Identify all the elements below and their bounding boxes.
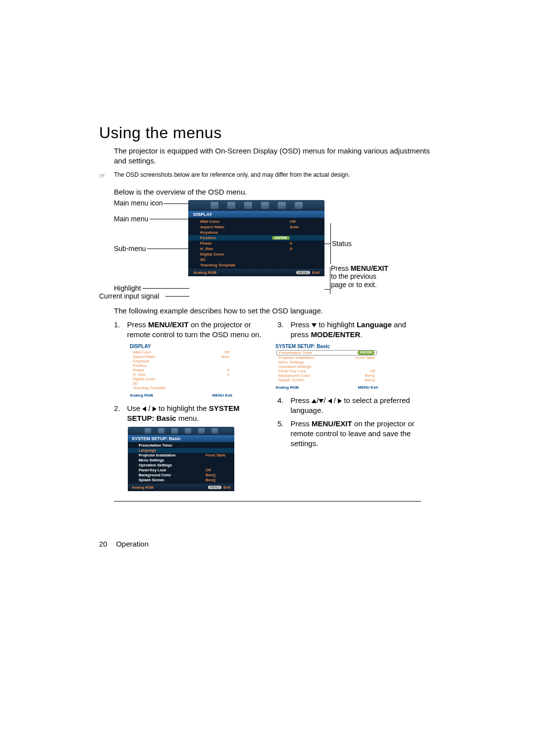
- osd-row-value: 0: [290, 241, 320, 246]
- osd-row-label: Keystone: [200, 230, 290, 235]
- label-current-input: Current input signal: [99, 292, 159, 300]
- osd-row-value: Off: [290, 219, 320, 224]
- osd-title: DISPLAY: [188, 211, 324, 218]
- intro-text: The projector is equipped with On-Screen…: [99, 146, 436, 166]
- osd-tab-icon: [278, 202, 286, 209]
- step-4: 4. Press // / to select a preferred lang…: [277, 396, 426, 416]
- osd-diagram: Main menu icon Main menu Sub-menu Highli…: [114, 200, 436, 299]
- label-main-menu-icon: Main menu icon: [114, 199, 163, 207]
- step-3: 3. Press to highlight Language and press…: [277, 320, 426, 340]
- label-main-menu: Main menu: [114, 215, 148, 223]
- step-2: 2. Use / to highlight the SYSTEM SETUP: …: [114, 403, 263, 424]
- note-text: The OSD screenshots below are for refere…: [114, 171, 350, 179]
- label-highlight: Highlight: [114, 284, 141, 292]
- mini-osd-system-setup: SYSTEM SETUP: Basic Presentation Timer L…: [128, 427, 234, 491]
- osd-tab-icon: [227, 202, 235, 209]
- osd-row-label: Digital Zoom: [200, 252, 290, 256]
- up-arrow-icon: [312, 399, 317, 403]
- osd-foot-exit: Exit: [312, 270, 320, 275]
- page-footer: 20 Operation: [99, 540, 149, 548]
- mini-osd-display: DISPLAY Wall ColorOff Aspect RatioAuto K…: [128, 343, 234, 399]
- example-intro: The following example describes how to s…: [99, 306, 436, 315]
- step-5: 5. Press MENU/EXIT on the projector or r…: [277, 419, 426, 449]
- osd-row-label: Wall Color: [200, 219, 290, 224]
- overview-text: Below is the overview of the OSD menu.: [99, 188, 436, 196]
- label-status: Status: [332, 240, 352, 248]
- page-heading: Using the menus: [99, 124, 436, 142]
- osd-row-label: Teaching Template: [200, 263, 290, 267]
- osd-row-label: H. Size: [200, 247, 290, 251]
- label-press-menu-exit: Press MENU/EXIT to the previous page or …: [331, 264, 390, 289]
- right-arrow-icon: [153, 406, 157, 411]
- enter-badge: ENTER: [272, 236, 290, 240]
- down-arrow-icon: [312, 323, 317, 327]
- step-1: 1. Press MENU/EXIT on the projector or r…: [114, 320, 263, 340]
- osd-tab-icon: [211, 202, 218, 209]
- osd-tab-bar: [188, 200, 324, 211]
- osd-row-value: 0: [290, 247, 320, 251]
- mini-osd-system-setup-light: SYSTEM SETUP: Basic Presentation TimerEN…: [273, 343, 380, 391]
- label-sub-menu: Sub-menu: [114, 245, 146, 252]
- osd-foot-menu: MENU: [296, 271, 311, 274]
- right-arrow-icon: [338, 399, 342, 403]
- osd-row-label: Phase: [200, 241, 290, 246]
- osd-tab-icon: [244, 202, 252, 209]
- left-arrow-icon: [328, 399, 332, 403]
- left-arrow-icon: [142, 406, 146, 411]
- osd-row-label: Aspect Ratio: [200, 225, 290, 229]
- osd-foot-signal: Analog RGB: [193, 270, 296, 275]
- osd-row-label: Position: [200, 236, 272, 240]
- down-arrow-icon: [319, 399, 323, 403]
- osd-tab-icon: [295, 202, 303, 209]
- osd-tab-icon: [261, 202, 269, 209]
- osd-panel-main: DISPLAY Wall ColorOff Aspect RatioAuto K…: [188, 200, 324, 276]
- osd-row-label: 3D: [200, 257, 290, 262]
- section-divider: [114, 501, 421, 502]
- osd-row-value: Auto: [290, 225, 320, 229]
- note-icon: ☞: [99, 171, 111, 180]
